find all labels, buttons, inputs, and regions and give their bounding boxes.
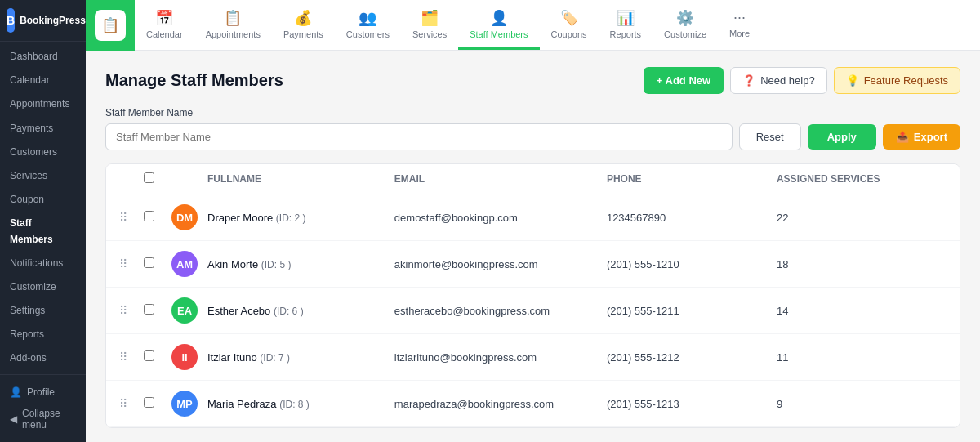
avatar-circle: EA: [172, 297, 198, 324]
row-checkbox[interactable]: [144, 211, 172, 224]
need-help-label: Need help?: [760, 74, 815, 87]
services-header: Assigned Services: [777, 173, 947, 185]
nav-item-staff-members[interactable]: 👤Staff Members: [458, 0, 539, 50]
app-logo: 📋: [86, 0, 135, 51]
add-new-button[interactable]: + Add New: [644, 67, 724, 94]
reports-nav-label: Reports: [610, 29, 642, 39]
staff-name: Draper Moore (ID: 2 ): [207, 212, 394, 224]
row-check-input[interactable]: [144, 257, 154, 268]
row-checkbox[interactable]: [144, 257, 172, 270]
drag-handle-icon[interactable]: ⠿: [119, 257, 144, 270]
sidebar-item-appointments[interactable]: Appointments: [0, 92, 86, 116]
nav-item-reports[interactable]: 📊Reports: [599, 0, 653, 50]
avatar: MP: [172, 391, 207, 417]
apply-button[interactable]: Apply: [808, 124, 876, 150]
sidebar-profile-label: Profile: [27, 386, 55, 398]
manage-header: Manage Staff Members + Add New ❓ Need he…: [105, 67, 960, 94]
sidebar-item-payments[interactable]: Payments: [0, 117, 86, 141]
row-checkbox[interactable]: [144, 350, 172, 364]
sidebar-collapse-menu[interactable]: ◀ Collapse menu: [0, 403, 86, 435]
phone-header: Phone: [607, 173, 777, 185]
customize-nav-icon: ⚙️: [676, 9, 694, 27]
staff-phone: 1234567890: [607, 212, 777, 224]
sidebar-item-settings[interactable]: Settings: [0, 299, 86, 323]
staff-phone: (201) 555-1211: [607, 305, 777, 317]
avatar-circle: AM: [172, 251, 198, 277]
select-all-input[interactable]: [144, 172, 154, 183]
sidebar-item-customers[interactable]: Customers: [0, 141, 86, 164]
nav-item-services[interactable]: 🗂️Services: [401, 0, 458, 50]
staff-name: Itziar Ituno (ID: 7 ): [207, 351, 394, 364]
feature-requests-button[interactable]: 💡 Feature Requests: [834, 67, 960, 94]
calendar-nav-icon: 📅: [155, 9, 173, 27]
nav-item-payments[interactable]: 💰Payments: [272, 0, 335, 50]
drag-handle-icon[interactable]: ⠿: [119, 304, 144, 317]
staff-name: Akin Morte (ID: 5 ): [207, 258, 394, 270]
sidebar-item-dashboard[interactable]: Dashboard: [0, 45, 86, 69]
avatar: EA: [172, 297, 207, 324]
payments-nav-icon: 💰: [294, 9, 312, 27]
sidebar-item-calendar[interactable]: Calendar: [0, 69, 86, 92]
sidebar-item-services[interactable]: Services: [0, 164, 86, 188]
nav-item-appointments[interactable]: 📋Appointments: [194, 0, 272, 50]
staff-id: (ID: 5 ): [261, 259, 292, 270]
avatar: DM: [172, 204, 207, 230]
drag-handle-icon[interactable]: ⠿: [119, 350, 144, 364]
row-check-input[interactable]: [144, 304, 154, 315]
more-nav-icon: ···: [733, 9, 746, 26]
header-buttons: + Add New ❓ Need help? 💡 Feature Request…: [644, 67, 960, 94]
app-logo-inner: 📋: [95, 10, 126, 41]
sidebar-profile[interactable]: 👤 Profile: [0, 382, 86, 403]
customize-nav-label: Customize: [664, 29, 706, 39]
export-icon: 📤: [896, 131, 909, 143]
filter-row: Staff Member Name Reset Apply 📤 Export: [105, 107, 960, 150]
customers-nav-icon: 👥: [359, 9, 376, 27]
payments-nav-label: Payments: [283, 29, 323, 39]
nav-item-customize[interactable]: ⚙️Customize: [653, 0, 718, 50]
need-help-button[interactable]: ❓ Need help?: [730, 67, 827, 94]
sidebar-bottom: 👤 Profile ◀ Collapse menu: [0, 374, 86, 442]
nav-item-coupons[interactable]: 🏷️Coupons: [540, 0, 599, 50]
nav-item-calendar[interactable]: 📅Calendar: [135, 0, 194, 50]
row-checkbox[interactable]: [144, 304, 172, 317]
main-content: Manage Staff Members + Add New ❓ Need he…: [86, 51, 980, 442]
row-check-input[interactable]: [144, 211, 154, 221]
sidebar-collapse-label: Collapse menu: [22, 408, 76, 431]
coupons-nav-label: Coupons: [551, 29, 587, 39]
table-row: ⠿ MP Maria Pedraza (ID: 8 ) marapedraza@…: [106, 381, 960, 427]
search-input[interactable]: [105, 123, 733, 150]
drag-handle-icon[interactable]: ⠿: [119, 211, 144, 224]
reports-nav-icon: 📊: [617, 9, 635, 27]
coupons-nav-icon: 🏷️: [560, 9, 578, 27]
sidebar-item-customize[interactable]: Customize: [0, 275, 86, 299]
staff-id: (ID: 6 ): [274, 306, 304, 317]
nav-item-more[interactable]: ···More: [718, 0, 761, 50]
select-all-checkbox[interactable]: [144, 172, 172, 185]
staff-email: akinmorte@bookingpress.com: [394, 258, 607, 270]
sidebar-item-add-ons[interactable]: Add-ons: [0, 346, 86, 370]
staff-services: 11: [777, 351, 947, 364]
table-row: ⠿ DM Draper Moore (ID: 2 ) demostaff@boo…: [106, 194, 960, 241]
lightbulb-icon: 💡: [846, 74, 859, 87]
row-check-input[interactable]: [144, 397, 154, 408]
reset-button[interactable]: Reset: [739, 123, 801, 150]
sidebar-item-reports[interactable]: Reports: [0, 323, 86, 346]
export-button[interactable]: 📤 Export: [883, 124, 960, 150]
table-row: ⠿ II Itziar Ituno (ID: 7 ) itziarituno@b…: [106, 334, 960, 381]
email-header: Email: [394, 173, 607, 185]
profile-icon: 👤: [10, 386, 22, 398]
main-area: 📋 📅Calendar📋Appointments💰Payments👥Custom…: [86, 0, 980, 442]
row-checkbox[interactable]: [144, 397, 172, 410]
sidebar-item-coupon[interactable]: Coupon: [0, 188, 86, 212]
sidebar-item-notifications[interactable]: Notifications: [0, 252, 86, 275]
sidebar-item-staff-members[interactable]: Staff Members: [0, 212, 86, 251]
nav-item-customers[interactable]: 👥Customers: [335, 0, 401, 50]
sidebar-logo[interactable]: B BookingPress ◀: [0, 0, 86, 42]
help-icon: ❓: [742, 74, 755, 87]
drag-handle-icon[interactable]: ⠿: [119, 397, 144, 410]
nav-items: 📅Calendar📋Appointments💰Payments👥Customer…: [135, 0, 967, 50]
staff-email: marapedraza@bookingpress.com: [394, 398, 607, 410]
avatar-circle: MP: [172, 391, 198, 417]
row-check-input[interactable]: [144, 350, 154, 361]
staff-email: itziarituno@bookingpress.com: [394, 351, 607, 364]
